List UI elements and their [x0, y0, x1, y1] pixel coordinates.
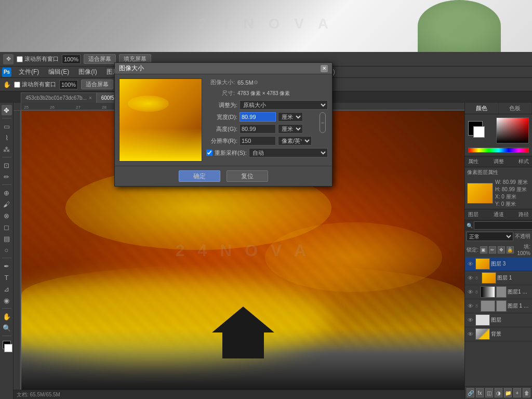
fit-screen-btn-1[interactable]: 适合屏幕	[84, 54, 116, 64]
lock-transparent[interactable]: ▣	[480, 246, 487, 254]
delete-layer-btn[interactable]: 🗑	[523, 388, 530, 397]
layer-1p1-eye[interactable]: 👁	[466, 289, 474, 295]
tool-path[interactable]: ⊿	[2, 284, 12, 294]
move-tool-icon[interactable]: ✥	[3, 54, 14, 64]
background-swatch[interactable]	[473, 126, 485, 138]
layers-panel-title: 图层 通道 路径	[465, 209, 532, 220]
scroll-all-2[interactable]: 滚动所有窗口	[14, 81, 56, 88]
tool-gradient[interactable]: ▤	[2, 233, 12, 244]
scroll-all-checkbox-2[interactable]	[14, 82, 20, 88]
layer-3-eye[interactable]: 👁	[466, 261, 474, 267]
tool-move[interactable]: ✥	[2, 105, 12, 115]
scroll-all-windows[interactable]: 滚动所有窗口	[17, 55, 59, 63]
add-mask-btn[interactable]: ◫	[485, 388, 493, 397]
height-unit-select[interactable]: 厘米	[278, 124, 303, 134]
zoom-input-1[interactable]	[62, 55, 81, 64]
res-unit-select[interactable]: 像素/英寸	[278, 136, 312, 145]
blend-mode-select[interactable]: 正常	[467, 232, 513, 241]
hand-tool-icon[interactable]: ✋	[3, 81, 11, 88]
layer-item-bg[interactable]: 👁 背景	[465, 327, 532, 341]
adjust-row: 调整为: 原稿大小	[206, 100, 328, 110]
color-picker-gradient[interactable]	[496, 117, 529, 143]
layers-list: 👁 图层 3 👁 8 图层 1 👁 8 图层1 拼图.	[465, 257, 532, 386]
tool-clone[interactable]: ⊗	[2, 210, 12, 221]
width-unit-select[interactable]: 厘米	[278, 112, 303, 122]
add-fx-btn[interactable]: fx	[476, 388, 484, 397]
tool-crop[interactable]: ⊡	[2, 160, 12, 170]
layer-1-thumb	[482, 272, 496, 284]
resample-checkbox[interactable]	[206, 150, 212, 156]
tool-pen[interactable]: ✒	[2, 261, 12, 271]
tab-adjustments[interactable]: 调整	[494, 158, 504, 165]
add-link-btn[interactable]: 🔗	[467, 388, 474, 397]
tab-properties[interactable]: 属性	[468, 158, 478, 165]
tool-eraser[interactable]: ◻	[2, 222, 12, 232]
layer-plain-name: 图层	[491, 316, 501, 324]
hue-bar[interactable]	[468, 148, 529, 153]
dialog-close-button[interactable]: ✕	[321, 65, 328, 72]
lock-position[interactable]: ✥	[498, 246, 505, 254]
tool-brush[interactable]: 🖌	[2, 199, 12, 209]
add-layer-btn[interactable]: +	[513, 388, 521, 397]
layer-bg-eye[interactable]: 👁	[466, 331, 474, 337]
tool-select-rect[interactable]: ▭	[2, 121, 12, 131]
background-color[interactable]	[4, 344, 12, 352]
layers-search-input[interactable]	[474, 221, 532, 230]
tab-swatches[interactable]: 色板	[499, 103, 533, 114]
layer-item-1p1[interactable]: 👁 8 图层1 拼图...	[465, 285, 532, 299]
dialog-ok-button[interactable]: 确定	[179, 170, 220, 182]
layer-h-value: 80.99 厘米	[502, 187, 527, 192]
layer-1-eye[interactable]: 👁	[466, 275, 474, 281]
tool-magic-wand[interactable]: ⁂	[2, 144, 12, 154]
width-input[interactable]	[240, 112, 276, 122]
tool-lasso[interactable]: ⌇	[2, 132, 12, 143]
tool-type[interactable]: T	[2, 272, 12, 283]
dialog-preview-image	[119, 78, 202, 162]
lock-all[interactable]: 🔒	[507, 246, 514, 254]
menu-edit[interactable]: 编辑(E)	[44, 66, 73, 77]
image-size-dialog[interactable]: 图像大小 ✕ 图像大小: 65.5M ⚙	[114, 62, 332, 187]
dialog-reset-button[interactable]: 复位	[227, 170, 268, 182]
resolution-input[interactable]	[240, 136, 276, 145]
lock-pixels[interactable]: ✏	[489, 246, 496, 254]
tool-eyedropper[interactable]: ✏	[2, 171, 12, 182]
menu-image[interactable]: 图像(I)	[74, 66, 101, 77]
svg-text:25: 25	[24, 105, 29, 110]
color-panel-tabs: 颜色 色板	[465, 103, 532, 114]
photoshop-app: ✥ 滚动所有窗口 适合屏幕 填充屏幕 Ps 文件(F) 编辑(E) 图像(I) …	[0, 52, 532, 399]
add-adjustment-btn[interactable]: ◑	[495, 388, 502, 397]
layer-item-plain[interactable]: 👁 图层	[465, 313, 532, 327]
settings-gear-icon[interactable]: ⚙	[254, 79, 258, 85]
swatch-row	[468, 117, 529, 143]
tool-dodge[interactable]: ○	[2, 245, 12, 255]
tab-1-close[interactable]: ×	[89, 95, 92, 101]
layer-1p2-eye[interactable]: 👁	[466, 303, 474, 309]
menu-file[interactable]: 文件(F)	[15, 66, 43, 77]
adjust-select[interactable]: 原稿大小	[240, 100, 328, 110]
tool-healing[interactable]: ⊕	[2, 188, 12, 198]
fit-screen-btn-2[interactable]: 适合屏幕	[81, 79, 113, 89]
resample-select[interactable]: 自动	[249, 148, 328, 157]
dialog-fields: 图像大小: 65.5M ⚙ 尺寸: 4783 像素 × 4783 像素 调整为:…	[206, 78, 328, 162]
dialog-body: 图像大小: 65.5M ⚙ 尺寸: 4783 像素 × 4783 像素 调整为:…	[115, 74, 332, 166]
dialog-title-bar[interactable]: 图像大小 ✕	[115, 63, 332, 74]
layer-plain-eye[interactable]: 👁	[466, 317, 474, 323]
layer-item-3[interactable]: 👁 图层 3	[465, 257, 532, 271]
not-fixed-label: 不透明	[515, 233, 530, 240]
zoom-input-2[interactable]	[59, 80, 78, 89]
tab-styles[interactable]: 样式	[518, 158, 529, 165]
tab-1[interactable]: 453cb3b2bc01e73dc67b... ×	[21, 92, 97, 103]
layer-item-1p2[interactable]: 👁 8 图层 1 拼图...	[465, 299, 532, 313]
tool-shape[interactable]: ◉	[2, 295, 12, 305]
tool-hand[interactable]: ✋	[2, 311, 12, 322]
scroll-all-checkbox[interactable]	[17, 56, 23, 62]
layer-item-1[interactable]: 👁 8 图层 1	[465, 271, 532, 285]
tab-color[interactable]: 颜色	[465, 103, 499, 114]
layer-1p1-num: 8	[475, 289, 480, 295]
layers-toolbar: 🔗 fx ◫ ◑ 📁 + 🗑	[465, 386, 532, 399]
layers-title-label: 图层	[468, 211, 478, 218]
layer-1p1-name: 图层1 拼图...	[508, 288, 531, 296]
add-group-btn[interactable]: 📁	[504, 388, 512, 397]
height-input[interactable]	[240, 124, 276, 134]
tool-zoom[interactable]: 🔍	[2, 323, 12, 333]
